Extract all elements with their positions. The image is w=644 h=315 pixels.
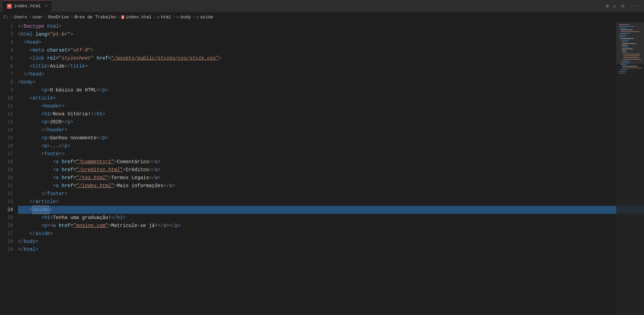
line-num-23: 23 [0,198,13,206]
line-num-7: 7 [0,70,13,78]
line-num-25: 25 [0,214,13,222]
line-num-21: 21 [0,182,13,190]
line-num-29: 29 [0,246,13,254]
line-num-15: 15 [0,134,13,142]
breadcrumb-html[interactable]: ◇ html [157,15,171,20]
minimap[interactable] [616,23,644,315]
svg-rect-9 [620,40,629,41]
breadcrumb-file[interactable]: H index.html [121,15,152,20]
svg-rect-23 [620,64,627,65]
line-num-13: 13 [0,118,13,126]
line-num-3: 3 [0,38,13,46]
code-line-16: <p>...</p> [18,142,644,150]
open-preview-button[interactable]: ⊞ [606,3,608,9]
line-num-20: 20 [0,174,13,182]
code-line-29: </html> [18,246,644,254]
title-bar: H index.html × ⊞ ▷ ⊟ ··· [0,0,644,12]
line-num-17: 17 [0,150,13,158]
code-line-11: <header> [18,102,644,110]
minimap-content [616,23,644,315]
code-line-20: <a href="/tos.html">Termos Legais</a> [18,174,644,182]
code-editor-content[interactable]: <!Doctype html> <html lang="pt-br"> <hea… [17,23,644,315]
svg-rect-0 [619,24,629,25]
line-num-6: 6 [0,62,13,70]
html-file-icon: H [121,15,124,19]
code-line-22: </footer> [18,190,644,198]
svg-rect-16 [622,52,628,53]
code-line-1: <!Doctype html> [18,23,644,30]
tab-label: index.html [14,3,41,9]
code-line-25: <h1>Tenha uma graduação!</h1> [18,214,644,222]
title-bar-actions: ⊞ ▷ ⊟ ··· [606,3,641,9]
line-num-10: 10 [0,94,13,102]
code-line-7: </head> [18,70,644,78]
breadcrumb-aside[interactable]: ◇ aside [196,15,213,20]
breadcrumb-desktop[interactable]: Área de Trabalho [74,15,116,20]
code-line-19: <a href="/creditos.html">Créditos</a> [18,166,644,174]
breadcrumb-user[interactable]: user [33,15,43,20]
breadcrumb-sep-7: > [193,15,195,20]
line-num-18: 18 [0,158,13,166]
svg-rect-14 [622,49,633,49]
code-line-4: <meta charset="utf-8"> [18,46,644,54]
breadcrumb-sep-4: > [117,15,120,20]
breadcrumb-drive[interactable]: C: [3,15,9,20]
code-line-3: <head> [18,38,644,46]
split-editor-button[interactable]: ⊟ [621,3,624,9]
breadcrumb-onedrive[interactable]: OneDrive [48,15,69,20]
code-line-24: <aside> [18,206,644,214]
code-line-14: </header> [18,126,644,134]
line-num-16: 16 [0,142,13,150]
svg-rect-11 [622,43,636,44]
line-num-19: 19 [0,166,13,174]
code-line-27: </aside> [18,230,644,238]
svg-rect-20 [623,59,641,60]
editor: 1 2 3 4 5 6 7 8 9 10 11 12 13 14 15 16 1… [0,23,644,315]
line-numbers-gutter: 1 2 3 4 5 6 7 8 9 10 11 12 13 14 15 16 1… [0,23,17,315]
line-num-27: 27 [0,230,13,238]
svg-rect-8 [620,38,634,39]
breadcrumb-sep-0: > [10,15,13,20]
code-line-5: <link rel="stylesheet" href="/assets/pub… [18,54,644,62]
breadcrumb-sep-3: > [70,15,73,20]
svg-rect-18 [623,55,640,56]
line-num-4: 4 [0,46,13,54]
svg-rect-25 [622,68,642,68]
svg-rect-2 [619,28,626,28]
tab-index-html[interactable]: H index.html × [3,0,52,12]
line-num-12: 12 [0,110,13,118]
code-line-9: <p>O básico de HTML</p> [18,86,644,94]
code-line-6: <title>Aside</title> [18,62,644,70]
code-line-13: <p>2020</p> [18,118,644,126]
line-num-22: 22 [0,190,13,198]
html-node-icon: ◇ [157,15,160,20]
line-num-9: 9 [0,86,13,94]
breadcrumb-sep-5: > [153,15,156,20]
code-line-15: <p>Ganhou novamente</p> [18,134,644,142]
svg-rect-1 [619,26,635,27]
svg-rect-27 [619,71,626,72]
code-line-23: </article> [18,198,644,206]
run-button[interactable]: ▷ [614,3,616,9]
line-num-28: 28 [0,238,13,246]
breadcrumb-body[interactable]: ◇ body [177,15,191,20]
breadcrumb-sep-6: > [173,15,176,20]
tab-close-button[interactable]: × [45,4,47,9]
line-num-8: 8 [0,78,13,86]
code-line-10: <article> [18,94,644,102]
code-line-21: <a href="/index.html">Mais informações</… [18,182,644,190]
line-num-2: 2 [0,30,13,38]
code-line-26: <p><a href="ensino.com">Matricule-se já!… [18,222,644,230]
svg-rect-10 [622,42,628,42]
svg-rect-19 [623,57,638,58]
tab-file-icon: H [7,4,12,9]
svg-rect-15 [622,50,626,51]
svg-rect-24 [622,66,637,67]
body-node-icon: ◇ [177,15,179,20]
breadcrumb-users[interactable]: Users [14,15,27,20]
aside-node-icon: ◇ [196,15,199,20]
svg-rect-26 [620,69,628,70]
more-actions-button[interactable]: ··· [629,3,638,9]
code-line-12: <h1>Nova Vitória!</h1> [18,110,644,118]
svg-rect-7 [619,36,625,37]
